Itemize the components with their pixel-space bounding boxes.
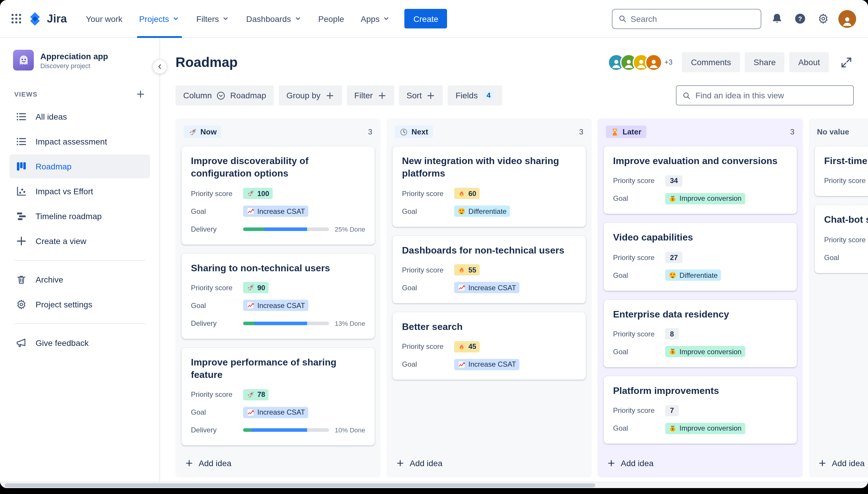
idea-title[interactable]: Chat-bot su: [824, 213, 868, 226]
goal-row: Goal: [824, 251, 868, 263]
plus-icon: [377, 91, 386, 100]
user-avatar[interactable]: [838, 10, 856, 27]
idea-card[interactable]: Sharing to non-technical users Priority …: [181, 253, 375, 339]
notifications-button[interactable]: [769, 11, 784, 26]
add-idea-button[interactable]: Add idea: [809, 450, 868, 477]
nav-item-apps[interactable]: Apps: [352, 0, 399, 38]
jira-mark-icon: [27, 11, 43, 26]
horizontal-scrollbar[interactable]: [0, 481, 868, 488]
global-search[interactable]: [612, 8, 761, 29]
idea-card[interactable]: Improve discoverability of configuration…: [181, 146, 375, 244]
delivery-label: Delivery: [191, 426, 243, 435]
gear-icon: [15, 299, 27, 310]
idea-card[interactable]: Enterprise data residency Priority score…: [603, 300, 797, 367]
help-button[interactable]: ?: [792, 11, 808, 26]
idea-title[interactable]: Improve evaluation and conversions: [613, 155, 788, 167]
sidebar-item-impact-assessment[interactable]: Impact assessment: [10, 130, 150, 153]
sidebar-item-create-a-view[interactable]: Create a view: [10, 229, 150, 253]
rocket-icon: [247, 190, 254, 197]
sidebar-collapse-button[interactable]: [152, 59, 167, 74]
plus-icon: [325, 91, 334, 100]
idea-title[interactable]: Better search: [402, 320, 576, 333]
idea-card[interactable]: Platform improvements Priority score 7 G…: [603, 376, 797, 444]
group-by-button[interactable]: Group by: [279, 85, 342, 106]
page-header: Roadmap +3 Comments Share About: [176, 52, 868, 72]
idea-title[interactable]: Improve performance of sharing feature: [191, 356, 365, 381]
column-status-chip[interactable]: Next: [395, 126, 433, 138]
topnav-right: ?: [612, 8, 856, 29]
search-input[interactable]: [631, 14, 755, 23]
priority-value: 8: [670, 330, 674, 338]
nav-item-projects[interactable]: Projects: [131, 0, 188, 38]
about-button[interactable]: About: [790, 52, 829, 72]
sidebar-item-give-feedback[interactable]: Give feedback: [10, 331, 150, 355]
progress-inprogress-segment: [254, 322, 307, 325]
filter-button[interactable]: Filter: [346, 85, 394, 106]
sidebar-item-all-ideas[interactable]: All ideas: [10, 105, 150, 129]
sidebar-item-archive[interactable]: Archive: [10, 268, 150, 291]
avatar[interactable]: [645, 54, 662, 71]
nav-item-people[interactable]: People: [310, 0, 352, 38]
sidebar-item-impact-vs-effort[interactable]: Impact vs Effort: [10, 179, 150, 203]
idea-title[interactable]: New integration with video sharing platf…: [402, 155, 576, 180]
idea-card[interactable]: Better search Priority score 45 Goal Inc…: [393, 312, 586, 380]
comments-button[interactable]: Comments: [682, 52, 740, 72]
view-type-selector[interactable]: Column Roadmap: [176, 85, 274, 106]
bell-icon: [771, 13, 783, 25]
goal-value: Improve conversion: [680, 194, 741, 203]
chart-up-icon: [458, 284, 466, 292]
priority-row: Priority score 78: [191, 389, 365, 401]
share-button[interactable]: Share: [745, 52, 785, 72]
find-idea-input[interactable]: [695, 91, 847, 100]
idea-card[interactable]: First-time ex Priority score 6: [815, 146, 868, 196]
scrollbar-thumb[interactable]: [5, 483, 595, 488]
priority-value: 100: [257, 189, 269, 197]
idea-title[interactable]: Dashboards for non-technical users: [402, 244, 576, 256]
idea-title[interactable]: Video capabilities: [613, 231, 788, 244]
idea-card[interactable]: Video capabilities Priority score 27 Goa…: [603, 223, 797, 291]
add-view-icon[interactable]: [136, 90, 145, 99]
idea-card[interactable]: Dashboards for non-technical users Prior…: [393, 235, 586, 303]
idea-title[interactable]: Platform improvements: [613, 384, 788, 397]
nav-item-filters[interactable]: Filters: [188, 0, 238, 38]
settings-button[interactable]: [815, 11, 831, 26]
add-idea-button[interactable]: Add idea: [386, 450, 592, 477]
starstruck-icon: [458, 207, 466, 215]
plus-icon: [15, 235, 27, 247]
fields-button[interactable]: Fields 4: [448, 85, 503, 106]
goal-chip: Increase CSAT: [454, 282, 520, 293]
chevron-down-icon: [383, 15, 391, 22]
add-idea-button[interactable]: Add idea: [176, 450, 381, 477]
add-idea-button[interactable]: Add idea: [598, 450, 803, 477]
column-header: Next 3: [386, 118, 592, 143]
nav-item-your-work[interactable]: Your work: [78, 0, 131, 38]
idea-title[interactable]: Improve discoverability of configuration…: [191, 155, 365, 180]
app-switcher-button[interactable]: [8, 11, 24, 26]
delivery-label: Delivery: [191, 319, 243, 327]
column-status-chip[interactable]: Later: [606, 126, 646, 138]
nav-item-dashboards[interactable]: Dashboards: [238, 0, 310, 38]
sidebar-item-roadmap[interactable]: Roadmap: [10, 155, 150, 178]
person-icon: [841, 15, 854, 27]
search-icon: [618, 14, 627, 23]
idea-title[interactable]: Sharing to non-technical users: [191, 262, 365, 274]
sort-button[interactable]: Sort: [399, 85, 443, 106]
sidebar-item-project-settings[interactable]: Project settings: [10, 292, 150, 316]
collaborator-avatars[interactable]: +3: [608, 54, 672, 71]
column-status-chip[interactable]: Now: [184, 126, 221, 138]
find-idea-search[interactable]: [676, 85, 854, 106]
priority-label: Priority score: [824, 177, 868, 185]
idea-card[interactable]: Improve performance of sharing feature P…: [181, 348, 375, 446]
idea-card[interactable]: New integration with video sharing platf…: [393, 146, 586, 227]
idea-card[interactable]: Chat-bot su Priority score 6 Goal: [815, 205, 868, 273]
create-button[interactable]: Create: [405, 9, 447, 28]
avatar-overflow-count[interactable]: +3: [664, 58, 672, 66]
project-header[interactable]: Appreciation app Discovery project: [10, 50, 150, 71]
sidebar-item-timeline-roadmap[interactable]: Timeline roadmap: [10, 204, 150, 228]
jira-logo[interactable]: Jira: [27, 11, 67, 26]
idea-title[interactable]: First-time ex: [824, 155, 868, 167]
idea-title[interactable]: Enterprise data residency: [613, 308, 788, 320]
fullscreen-button[interactable]: [838, 55, 854, 70]
priority-label: Priority score: [402, 189, 454, 197]
idea-card[interactable]: Improve evaluation and conversions Prior…: [603, 146, 797, 214]
